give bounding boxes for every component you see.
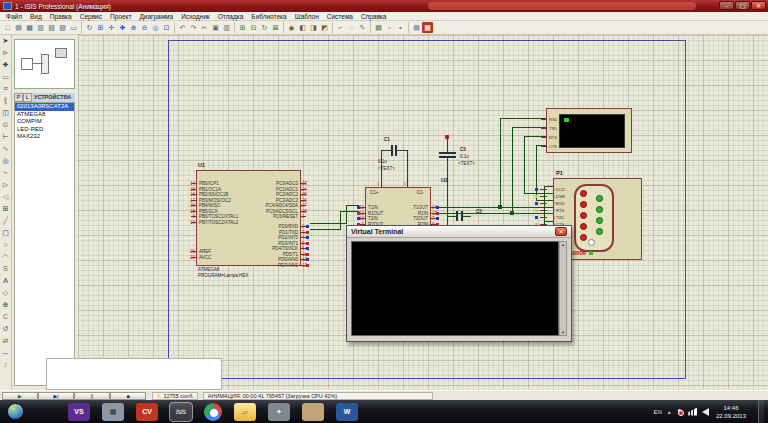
taskbar-word[interactable]: W bbox=[336, 403, 358, 421]
device-item[interactable]: COMPIM bbox=[15, 118, 74, 126]
2d-text-icon[interactable]: A bbox=[0, 275, 11, 287]
component-mode-icon[interactable]: ⊳ bbox=[0, 47, 11, 59]
taskbar-isis[interactable]: isis bbox=[170, 403, 192, 421]
scroll-up-icon[interactable]: ▲ bbox=[561, 242, 565, 247]
decompose-icon[interactable]: ◩ bbox=[319, 22, 330, 33]
start-button[interactable] bbox=[7, 403, 24, 420]
scroll-down-icon[interactable]: ▼ bbox=[561, 330, 565, 335]
new-design-icon[interactable]: □ bbox=[2, 22, 13, 33]
import-section-icon[interactable]: ▥ bbox=[35, 22, 46, 33]
block-delete-icon[interactable]: ⊠ bbox=[270, 22, 281, 33]
search-tag-icon[interactable]: ◌ bbox=[346, 22, 357, 33]
hidden-icons-icon[interactable]: ▲ bbox=[667, 409, 672, 415]
bill-of-materials-icon[interactable]: ▤ bbox=[411, 22, 422, 33]
wire-label-icon[interactable]: ▭ bbox=[0, 71, 11, 83]
virtual-terminal-instrument[interactable]: RXDTXDRTSCTS bbox=[546, 108, 632, 153]
taskbar-explorer[interactable]: ▱ bbox=[234, 403, 256, 421]
junction-dot-icon[interactable]: ✚ bbox=[0, 59, 11, 71]
menu-item[interactable]: Правка bbox=[46, 12, 76, 21]
close-button[interactable]: ✕ bbox=[751, 1, 766, 10]
flip-h-icon[interactable]: ↔ bbox=[0, 347, 11, 359]
stop-button[interactable]: ■ bbox=[110, 392, 146, 400]
show-desktop-button[interactable] bbox=[758, 400, 764, 423]
terminal-output[interactable] bbox=[351, 241, 559, 336]
electrical-rule-check-icon[interactable]: ▦ bbox=[422, 22, 433, 33]
zoom-area-icon[interactable]: ⊡ bbox=[161, 22, 172, 33]
minimize-button[interactable]: – bbox=[719, 1, 734, 10]
menu-item[interactable]: Вид bbox=[26, 12, 46, 21]
play-button[interactable]: ▶ bbox=[2, 392, 38, 400]
print-icon[interactable]: ▨ bbox=[57, 22, 68, 33]
library-button[interactable]: L bbox=[23, 93, 32, 102]
2d-line-icon[interactable]: ╱ bbox=[0, 215, 11, 227]
mirror-icon[interactable]: ⇄ bbox=[0, 335, 11, 347]
wire-autorouter-icon[interactable]: ⌐ bbox=[335, 22, 346, 33]
tape-recorder-icon[interactable]: ◎ bbox=[0, 155, 11, 167]
action-center-icon[interactable]: ⚑ bbox=[677, 408, 683, 416]
component-u1-atmega8[interactable]: U1 14PB0/ICP115PB1/OC1A16PB2/SS/OC1B17PB… bbox=[196, 170, 301, 266]
2d-arc-icon[interactable]: ◠ bbox=[0, 251, 11, 263]
menu-item[interactable]: Справка bbox=[357, 12, 391, 21]
paste-icon[interactable]: ▥ bbox=[221, 22, 232, 33]
taskbar-assistant[interactable] bbox=[302, 403, 324, 421]
menu-item[interactable]: Проект bbox=[106, 12, 135, 21]
taskbar-tools[interactable]: ✦ bbox=[268, 403, 290, 421]
current-probe-icon[interactable]: ◁ bbox=[0, 191, 11, 203]
schematic-overview[interactable] bbox=[14, 39, 75, 89]
new-sheet-icon[interactable]: ▫ bbox=[384, 22, 395, 33]
menu-item[interactable]: Сервис bbox=[76, 12, 106, 21]
device-item[interactable]: MAX232 bbox=[15, 133, 74, 141]
device-item[interactable]: LED-RED bbox=[15, 126, 74, 134]
cut-icon[interactable]: ✂ bbox=[199, 22, 210, 33]
design-explorer-icon[interactable]: ▤ bbox=[373, 22, 384, 33]
buses-icon[interactable]: ∥ bbox=[0, 95, 11, 107]
taskbar-cvavr[interactable]: CV bbox=[136, 403, 158, 421]
virtual-instruments-icon[interactable]: ⊞ bbox=[0, 203, 11, 215]
2d-box-icon[interactable]: ▢ bbox=[0, 227, 11, 239]
taskbar-chrome[interactable] bbox=[204, 403, 222, 421]
mark-output-area-icon[interactable]: ▭ bbox=[68, 22, 79, 33]
rotate-cw-icon[interactable]: C bbox=[0, 311, 11, 323]
voltage-probe-icon[interactable]: ▷ bbox=[0, 179, 11, 191]
2d-symbol-icon[interactable]: ◇ bbox=[0, 287, 11, 299]
open-design-icon[interactable]: ▤ bbox=[13, 22, 24, 33]
block-copy-icon[interactable]: ⊞ bbox=[237, 22, 248, 33]
menu-item[interactable]: Шаблон bbox=[291, 12, 323, 21]
device-pins-icon[interactable]: ⊢ bbox=[0, 131, 11, 143]
2d-path-icon[interactable]: S bbox=[0, 263, 11, 275]
menu-item[interactable]: Отладка bbox=[214, 12, 248, 21]
flip-v-icon[interactable]: ↕ bbox=[0, 359, 11, 371]
capacitor-c5-ref[interactable]: C5 bbox=[476, 209, 482, 214]
text-script-icon[interactable]: ≡ bbox=[0, 83, 11, 95]
virtual-terminal-window[interactable]: Virtual Terminal ✕ ▲ ▼ bbox=[346, 225, 572, 342]
property-assignment-icon[interactable]: ✎ bbox=[357, 22, 368, 33]
volume-icon[interactable] bbox=[702, 408, 709, 416]
language-indicator[interactable]: EN bbox=[653, 409, 661, 415]
selection-mode-icon[interactable]: ➤ bbox=[0, 35, 11, 47]
device-item[interactable]: 02013A0RSCAT2A bbox=[15, 103, 74, 111]
menu-item[interactable]: Файл bbox=[2, 12, 26, 21]
undo-icon[interactable]: ↶ bbox=[177, 22, 188, 33]
popup-titlebar[interactable]: Virtual Terminal ✕ bbox=[347, 226, 571, 238]
generator-icon[interactable]: ⌁ bbox=[0, 167, 11, 179]
toggle-grid-icon[interactable]: ⊞ bbox=[95, 22, 106, 33]
remove-sheet-icon[interactable]: ▪ bbox=[395, 22, 406, 33]
menu-item[interactable]: Исходник bbox=[177, 12, 213, 21]
2d-circle-icon[interactable]: ○ bbox=[0, 239, 11, 251]
network-icon[interactable] bbox=[688, 408, 697, 416]
message-panel[interactable]: ⚠ 12755 сооб. bbox=[152, 392, 198, 400]
menu-item[interactable]: Диаграмма bbox=[135, 12, 177, 21]
export-section-icon[interactable]: ▧ bbox=[46, 22, 57, 33]
pick-device-icon[interactable]: ◉ bbox=[286, 22, 297, 33]
step-button[interactable]: ▶| bbox=[38, 392, 74, 400]
subcircuit-icon[interactable]: ◫ bbox=[0, 107, 11, 119]
pause-button[interactable]: || bbox=[74, 392, 110, 400]
copy-icon[interactable]: ▣ bbox=[210, 22, 221, 33]
block-move-icon[interactable]: ⊟ bbox=[248, 22, 259, 33]
false-origin-icon[interactable]: ✛ bbox=[106, 22, 117, 33]
2d-marker-icon[interactable]: ⊕ bbox=[0, 299, 11, 311]
taskbar-virtualbox[interactable]: ▦ bbox=[102, 403, 124, 421]
save-design-icon[interactable]: ▦ bbox=[24, 22, 35, 33]
capacitor-c3-ref[interactable]: C3 bbox=[460, 147, 466, 152]
terminals-icon[interactable]: ⊙ bbox=[0, 119, 11, 131]
